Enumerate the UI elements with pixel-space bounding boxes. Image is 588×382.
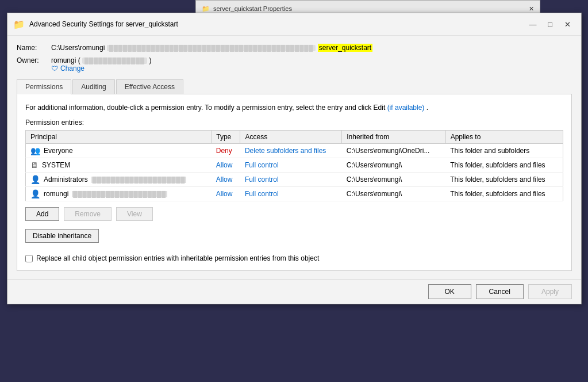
remove-button[interactable]: Remove (64, 207, 112, 221)
tab-permissions[interactable]: Permissions (17, 79, 71, 94)
cell-principal: 🖥SYSTEM (26, 158, 212, 173)
cell-access: Delete subfolders and files (240, 144, 342, 158)
principal-name: Administrators (44, 175, 88, 184)
name-label: Name: (17, 44, 51, 52)
change-label: Change (60, 64, 84, 72)
col-header-type: Type (212, 131, 240, 144)
tab-auditing[interactable]: Auditing (72, 79, 114, 94)
principal-blur: ████████████████████ (91, 177, 187, 183)
maximize-button[interactable]: □ (542, 18, 558, 30)
cell-applies-to: This folder and subfolders (445, 144, 563, 158)
cell-type: Allow (212, 187, 240, 201)
disable-inheritance-button[interactable]: Disable inheritance (25, 229, 99, 243)
user-icon: 👤 (30, 175, 40, 184)
cell-principal: 👤romungi████████████████████ (26, 187, 212, 201)
cell-applies-to: This folder, subfolders and files (445, 173, 563, 187)
owner-row: Owner: romungi ( █████████████ ) 🛡 Chang… (17, 56, 572, 72)
cell-access: Full control (240, 173, 342, 187)
bg-close-btn[interactable]: ✕ (529, 5, 534, 13)
title-bar: 📁 Advanced Security Settings for server_… (7, 13, 581, 36)
owner-text: romungi ( (51, 56, 80, 64)
cell-type: Allow (212, 173, 240, 187)
cell-principal: 👥Everyone (26, 144, 212, 158)
cell-applies-to: This folder, subfolders and files (445, 158, 563, 173)
cell-principal: 👤Administrators████████████████████ (26, 173, 212, 187)
table-row[interactable]: 👤Administrators████████████████████Allow… (26, 173, 563, 187)
cell-inherited: C:\Users\romungi\OneDri... (342, 144, 445, 158)
table-row[interactable]: 👤romungi████████████████████AllowFull co… (26, 187, 563, 201)
user-icon: 🖥 (30, 161, 39, 170)
shield-icon: 🛡 (51, 64, 58, 72)
replace-checkbox[interactable] (25, 255, 33, 262)
if-available-link[interactable]: (if available) (387, 104, 425, 112)
dialog-footer: OK Cancel Apply (7, 279, 581, 304)
apply-button[interactable]: Apply (528, 284, 572, 299)
cancel-button[interactable]: Cancel (476, 284, 524, 299)
table-row[interactable]: 👥EveryoneDenyDelete subfolders and files… (26, 144, 563, 158)
cell-access: Full control (240, 158, 342, 173)
dialog-title: Advanced Security Settings for server_qu… (29, 20, 525, 28)
principal-name: SYSTEM (42, 161, 70, 169)
info-text: For additional information, double-click… (25, 102, 563, 113)
principal-blur: ████████████████████ (72, 191, 167, 197)
user-icon: 👤 (30, 189, 40, 198)
name-row: Name: C:\Users\romungi █████████████████… (17, 44, 572, 52)
col-header-applies: Applies to (445, 131, 563, 144)
tab-effective-access[interactable]: Effective Access (116, 79, 183, 94)
close-button[interactable]: ✕ (559, 18, 575, 30)
cell-type: Deny (212, 144, 240, 158)
name-path-prefix: C:\Users\romungi (51, 44, 105, 52)
name-value: C:\Users\romungi ███████████████████████… (51, 44, 572, 52)
cell-access: Full control (240, 187, 342, 201)
tabs-container: Permissions Auditing Effective Access (17, 79, 572, 94)
view-button[interactable]: View (116, 207, 153, 221)
name-highlighted: server_quickstart (318, 44, 372, 52)
add-button[interactable]: Add (25, 207, 59, 221)
change-owner-link[interactable]: 🛡 Change (51, 64, 572, 72)
col-header-inherited: Inherited from (342, 131, 445, 144)
info-text-part1: For additional information, double-click… (25, 104, 385, 112)
col-header-principal: Principal (26, 131, 212, 144)
principal-name: Everyone (44, 147, 73, 155)
dialog-content: Name: C:\Users\romungi █████████████████… (7, 36, 581, 279)
replace-checkbox-label: Replace all child object permission entr… (36, 254, 319, 262)
cell-type: Allow (212, 158, 240, 173)
action-buttons: Add Remove View (25, 207, 563, 221)
bg-window-title: server_quickstart Properties (213, 5, 292, 12)
owner-close: ) (149, 56, 151, 64)
col-header-access: Access (240, 131, 342, 144)
title-bar-buttons: — □ ✕ (525, 18, 575, 30)
owner-blur: █████████████ (82, 58, 147, 64)
cell-applies-to: This folder, subfolders and files (445, 187, 563, 201)
info-text-part2: . (426, 104, 428, 112)
cell-inherited: C:\Users\romungi\ (342, 187, 445, 201)
owner-value: romungi ( █████████████ ) 🛡 Change (51, 56, 572, 72)
bg-folder-icon: 📁 (202, 5, 210, 13)
minimize-button[interactable]: — (525, 18, 541, 30)
permissions-table: Principal Type Access Inherited from App… (25, 130, 563, 201)
advanced-security-dialog: 📁 Advanced Security Settings for server_… (7, 13, 582, 304)
name-path-blur: ████████████████████████████████████████… (107, 45, 316, 51)
section-label: Permission entries: (25, 119, 563, 127)
table-row[interactable]: 🖥SYSTEMAllowFull controlC:\Users\romungi… (26, 158, 563, 173)
user-icon: 👥 (30, 146, 40, 155)
ok-button[interactable]: OK (428, 284, 471, 299)
owner-label: Owner: (17, 56, 51, 64)
replace-checkbox-row: Replace all child object permission entr… (25, 254, 563, 262)
principal-name: romungi (44, 190, 68, 198)
tab-content-permissions: For additional information, double-click… (17, 94, 572, 271)
cell-inherited: C:\Users\romungi\ (342, 158, 445, 173)
cell-inherited: C:\Users\romungi\ (342, 173, 445, 187)
dialog-folder-icon: 📁 (13, 19, 25, 30)
